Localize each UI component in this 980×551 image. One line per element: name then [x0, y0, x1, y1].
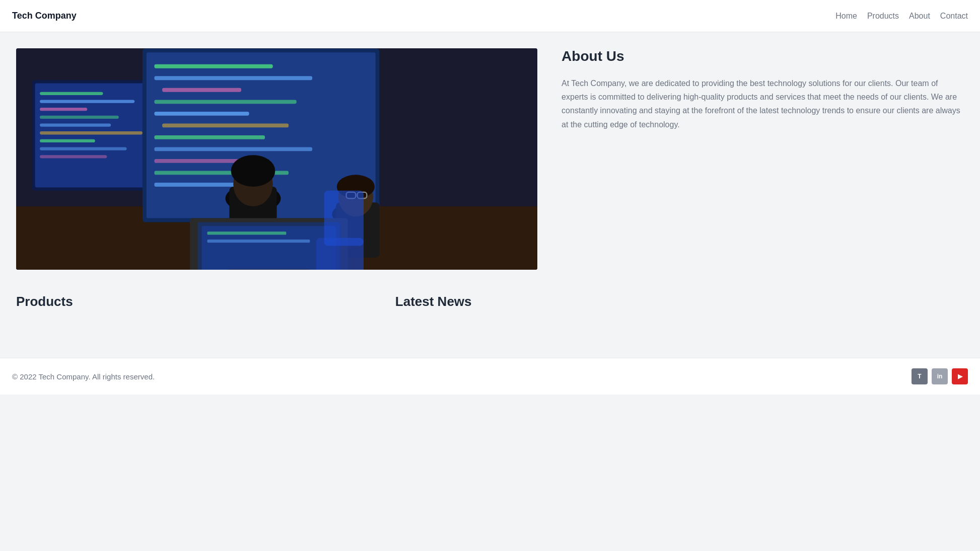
news-heading: Latest News	[395, 294, 964, 309]
hero-section: About Us At Tech Company, we are dedicat…	[16, 48, 964, 270]
svg-rect-4	[40, 92, 103, 95]
site-footer: © 2022 Tech Company. All rights reserved…	[0, 358, 980, 395]
main-content: About Us At Tech Company, we are dedicat…	[0, 32, 980, 342]
nav-about[interactable]: About	[909, 12, 930, 21]
svg-rect-11	[40, 147, 127, 150]
svg-rect-23	[154, 159, 241, 163]
svg-rect-6	[40, 108, 87, 111]
footer-copyright: © 2022 Tech Company. All rights reserved…	[12, 372, 155, 381]
main-nav: Home Products About Contact	[835, 12, 968, 21]
social-links: T in ▶	[912, 368, 968, 384]
svg-rect-5	[40, 100, 134, 103]
svg-point-29	[231, 155, 275, 187]
svg-rect-17	[162, 88, 241, 92]
svg-rect-15	[154, 64, 272, 68]
products-news-section: Products Latest News	[16, 294, 964, 342]
twitter-icon[interactable]: T	[912, 368, 928, 384]
svg-rect-18	[154, 100, 296, 104]
site-logo[interactable]: Tech Company	[12, 11, 77, 21]
svg-rect-8	[40, 123, 111, 126]
hero-image	[16, 48, 537, 270]
svg-rect-10	[40, 139, 95, 142]
svg-rect-16	[154, 76, 312, 80]
linkedin-icon[interactable]: in	[932, 368, 948, 384]
svg-rect-40	[207, 240, 310, 243]
about-heading: About Us	[562, 48, 964, 64]
svg-rect-39	[207, 231, 287, 234]
site-header: Tech Company Home Products About Contact	[0, 0, 980, 32]
svg-rect-42	[324, 191, 364, 246]
hero-text: About Us At Tech Company, we are dedicat…	[537, 48, 964, 270]
youtube-icon[interactable]: ▶	[952, 368, 968, 384]
about-description: At Tech Company, we are dedicated to pro…	[562, 76, 964, 131]
svg-rect-20	[162, 123, 289, 127]
news-column: Latest News	[395, 294, 964, 318]
svg-rect-9	[40, 131, 143, 134]
products-heading: Products	[16, 294, 371, 309]
nav-contact[interactable]: Contact	[940, 12, 968, 21]
svg-rect-7	[40, 116, 119, 119]
hero-image-container	[16, 48, 537, 270]
svg-rect-19	[154, 112, 249, 116]
svg-rect-21	[154, 135, 265, 139]
hero-image-svg	[16, 48, 537, 270]
nav-home[interactable]: Home	[835, 12, 857, 21]
svg-rect-12	[40, 155, 107, 158]
nav-products[interactable]: Products	[867, 12, 899, 21]
products-column: Products	[16, 294, 395, 318]
svg-rect-22	[154, 147, 312, 151]
